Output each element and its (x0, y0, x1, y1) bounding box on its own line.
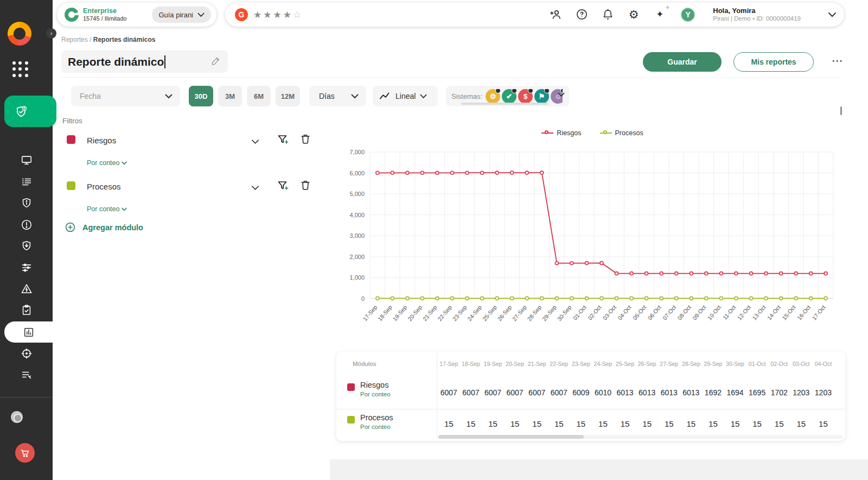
legend-item[interactable]: Procesos (600, 129, 643, 137)
table-date-header: 29-Sep (702, 361, 724, 367)
table-date-headers: 17-Sep18-Sep19-Sep20-Sep21-Sep22-Sep23-S… (438, 352, 845, 376)
date-select[interactable]: Fecha (71, 86, 180, 106)
notifications-bell-icon[interactable] (601, 8, 614, 21)
user-avatar[interactable]: Y (680, 7, 695, 22)
sidebar-item-shield-download[interactable] (0, 235, 53, 257)
chevron-down-icon[interactable] (251, 137, 259, 147)
table-cell: 6013 (636, 388, 658, 397)
breadcrumb-parent[interactable]: Reportes (61, 36, 88, 43)
table-scrollbar-thumb[interactable] (438, 435, 584, 439)
chart-type-select[interactable]: Lineal (373, 86, 438, 106)
range-6m-button[interactable]: 6M (247, 86, 271, 106)
shield-system-icon[interactable]: ✔ (502, 89, 516, 104)
line-chart: Riesgos Procesos 01,0002,0003,0004,0005,… (340, 128, 845, 351)
row-aggregation[interactable]: Por conteo (360, 424, 393, 430)
aggregation-label: Por conteo (87, 205, 119, 213)
chevron-down-icon[interactable] (251, 183, 259, 193)
save-button[interactable]: Guardar (643, 52, 722, 72)
table-cell: 15 (790, 419, 813, 428)
svg-text:4,000: 4,000 (349, 212, 365, 218)
row-color-swatch (347, 383, 355, 391)
sidebar-item-sliders[interactable] (0, 256, 53, 278)
sidebar-expand-button[interactable]: › (46, 28, 56, 39)
sidebar-divider (0, 397, 53, 397)
table-date-header: 04-Oct (812, 361, 834, 367)
aggregation-link[interactable]: Por conteo (87, 205, 127, 213)
table-date-header: 01-Oct (746, 361, 768, 367)
pin-system-icon[interactable]: ⚑ (534, 89, 549, 104)
list-icon (21, 176, 33, 188)
svg-text:20-Sep: 20-Sep (406, 304, 423, 322)
legend-item[interactable]: Riesgos (541, 129, 581, 137)
account-chevron-icon[interactable] (828, 12, 837, 17)
table-cell: 15 (460, 419, 482, 428)
add-module-button[interactable]: Agregar módulo (65, 222, 143, 233)
more-options-button[interactable]: ⋯ (832, 54, 844, 67)
table-row-label: Procesos Por conteo (360, 413, 393, 430)
sidebar-item-clipboard[interactable] (0, 299, 53, 321)
chart-legend[interactable]: Riesgos Procesos (340, 128, 845, 138)
table-cell: 1203 (790, 388, 813, 397)
delete-module-icon[interactable] (299, 133, 311, 147)
table-scrollbar-track[interactable] (438, 435, 843, 439)
legend-marker-icon (541, 132, 553, 134)
chevron-down-icon (420, 94, 427, 99)
text-caret (164, 55, 165, 68)
guide-button[interactable]: Guía pirani (152, 7, 211, 23)
svg-text:15-Oct: 15-Oct (781, 304, 797, 321)
table-date-header: 30-Sep (724, 361, 746, 367)
sidebar-item-active-module[interactable] (4, 96, 56, 127)
settings-gear-icon[interactable]: ⚙ (627, 8, 640, 21)
gear-system-icon[interactable]: ⚙ (486, 89, 500, 104)
bar-chart-icon (23, 326, 35, 338)
aggregation-link[interactable]: Por conteo (87, 159, 127, 167)
table-date-header: 25-Sep (614, 361, 636, 367)
svg-text:09-Oct: 09-Oct (691, 304, 707, 321)
plan-name: Enterprise (83, 7, 127, 15)
edit-pencil-icon[interactable] (210, 55, 221, 68)
dollar-system-icon[interactable]: $ (518, 89, 533, 104)
store-icon[interactable] (11, 411, 23, 423)
svg-text:16-Oct: 16-Oct (796, 304, 812, 321)
sparkles-icon[interactable]: ✦✧ (653, 8, 666, 21)
data-table: Módulos Riesgos Por conteo Procesos Por … (336, 352, 845, 441)
cart-button[interactable] (15, 443, 35, 463)
report-title-input[interactable]: Reporte dinámico (61, 50, 228, 73)
row-aggregation[interactable]: Por conteo (360, 391, 391, 397)
avatar-initial: Y (686, 10, 691, 19)
chevron-down-icon[interactable] (558, 92, 565, 97)
systems-selector[interactable]: Sistemas: ⚙✔$⚑☺ (446, 86, 569, 106)
sidebar-item-reports-active[interactable] (4, 321, 53, 343)
range-3m-button[interactable]: 3M (218, 86, 242, 106)
add-user-icon[interactable] (549, 8, 562, 21)
granularity-select[interactable]: Días (309, 86, 366, 106)
svg-text:2,000: 2,000 (349, 254, 365, 260)
sidebar-item-monitor[interactable] (0, 149, 53, 171)
vertical-scrollbar-thumb[interactable] (840, 106, 842, 115)
table-date-header: 17-Sep (438, 361, 460, 367)
svg-text:28-Sep: 28-Sep (526, 304, 542, 322)
svg-text:11-Oct: 11-Oct (722, 304, 737, 321)
range-30d-button[interactable]: 30D (189, 86, 213, 106)
svg-text:01-Oct: 01-Oct (572, 304, 588, 321)
warning-bolt-icon (21, 283, 33, 295)
help-icon[interactable] (575, 8, 588, 21)
my-reports-button[interactable]: Mis reportes (733, 52, 814, 72)
svg-text:6,000: 6,000 (349, 170, 365, 176)
systems-icons[interactable]: ⚙✔$⚑☺ (486, 89, 563, 104)
systems-scrollbar[interactable] (461, 103, 548, 105)
g2-rating-icon[interactable]: G (235, 8, 248, 21)
delete-module-icon[interactable] (299, 179, 311, 193)
rating-stars[interactable]: ★★★★☆ (253, 9, 303, 21)
svg-text:13-Oct: 13-Oct (751, 304, 767, 321)
sidebar-item-target[interactable] (0, 343, 53, 364)
sidebar-item-shield-info[interactable] (0, 192, 53, 214)
sidebar-item-alert[interactable] (0, 214, 53, 236)
apps-grid-icon[interactable] (12, 61, 29, 78)
range-12m-button[interactable]: 12M (276, 86, 300, 106)
add-filter-icon[interactable] (277, 179, 290, 194)
sidebar-item-warning[interactable] (0, 278, 53, 300)
sidebar-item-list[interactable] (0, 171, 53, 193)
sidebar-item-checklist[interactable] (0, 364, 53, 386)
add-filter-icon[interactable] (277, 133, 290, 148)
